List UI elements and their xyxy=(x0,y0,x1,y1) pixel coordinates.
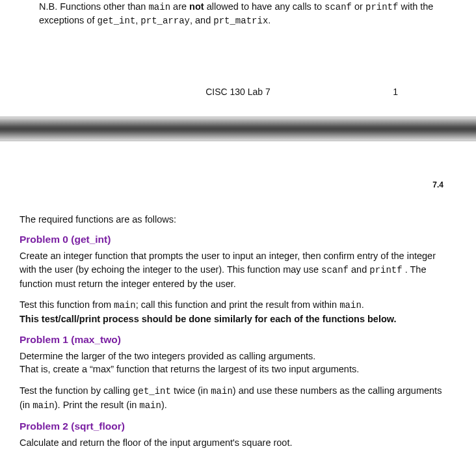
code-printf: printf xyxy=(365,2,398,12)
text: , and xyxy=(190,15,213,25)
bold-note: This test/call/print process should be d… xyxy=(20,314,397,324)
problem-0-desc: Create an integer function that prompts … xyxy=(20,249,450,290)
code-getint: get_int xyxy=(133,386,171,396)
text: . xyxy=(268,15,271,25)
code-main: main xyxy=(148,2,170,12)
problem-0-heading: Problem 0 (get_int) xyxy=(20,234,450,245)
code-main: main xyxy=(33,400,55,411)
code-main: main xyxy=(139,400,161,411)
problem-2-desc: Calculate and return the floor of the in… xyxy=(20,436,450,450)
page-2-fragment: 7.4 The required functions are as follow… xyxy=(0,141,476,455)
text: ). xyxy=(161,400,167,410)
text: and xyxy=(349,264,369,275)
code-prtmatrix: prt_matrix xyxy=(213,16,268,26)
footer-page-number: 1 xyxy=(378,87,430,97)
text: are xyxy=(170,1,189,12)
text: That is, create a “max” function that re… xyxy=(20,364,359,374)
problem-1-desc: Determine the larger of the two integers… xyxy=(20,350,450,376)
code-getint: get_int xyxy=(97,16,135,26)
code-main: main xyxy=(114,300,136,310)
page-1-fragment: N.B. Functions other than main are not a… xyxy=(0,0,476,117)
footer-title: CISC 130 Lab 7 xyxy=(46,87,378,97)
page-separator xyxy=(0,117,476,141)
text: allowed to have any calls to xyxy=(204,1,324,12)
code-prtarray: prt_array xyxy=(140,16,190,26)
code-printf: printf xyxy=(369,265,402,275)
text: Test this function from xyxy=(20,299,114,310)
code-main: main xyxy=(211,386,233,396)
text: Determine the larger of the two integers… xyxy=(20,351,315,361)
problem-1-test: Test the function by calling get_int twi… xyxy=(20,384,450,413)
page-header-value: 7.4 xyxy=(432,180,443,189)
problem-0-test: Test this function from main; call this … xyxy=(20,298,450,325)
text: . xyxy=(362,299,364,310)
code-scanf: scanf xyxy=(324,2,352,12)
text: ). Print the result (in xyxy=(55,400,140,410)
bold-not: not xyxy=(189,1,204,12)
text: twice (in xyxy=(171,385,211,396)
text: ; call this function and print the resul… xyxy=(136,299,340,310)
nb-note: N.B. Functions other than main are not a… xyxy=(39,0,437,28)
page-footer: CISC 130 Lab 7 1 xyxy=(39,87,437,117)
text: or xyxy=(352,1,365,12)
text: Test the function by calling xyxy=(20,385,133,396)
code-main: main xyxy=(339,300,362,310)
problem-1-heading: Problem 1 (max_two) xyxy=(20,334,450,346)
code-scanf: scanf xyxy=(321,265,349,275)
text: N.B. Functions other than xyxy=(39,1,148,12)
problem-2-heading: Problem 2 (sqrt_floor) xyxy=(20,421,450,432)
intro-text: The required functions are as follows: xyxy=(20,213,450,227)
